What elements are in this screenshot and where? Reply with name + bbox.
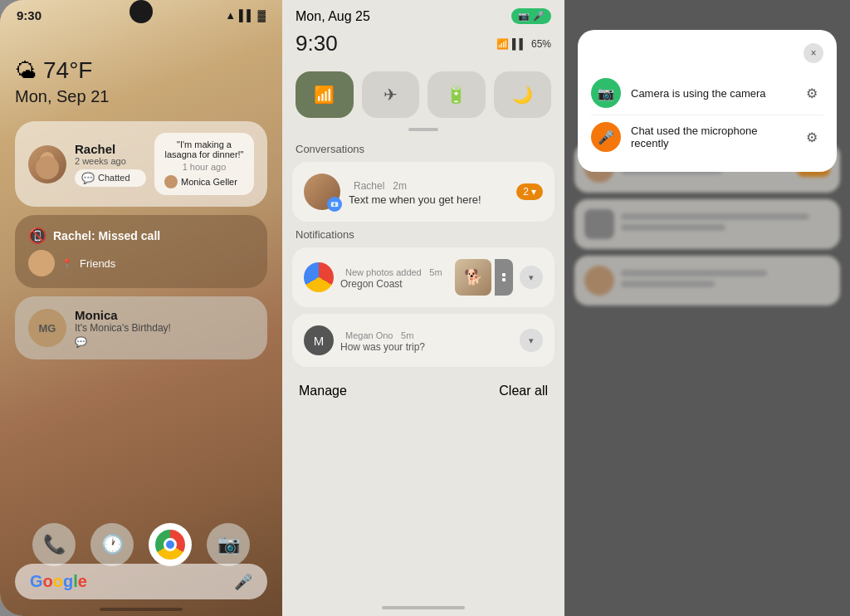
conversation-text: "I'm making a lasagna for dinner!" [164,139,244,159]
monica-initials: MG [39,322,56,335]
mic-privacy-icon: 🎤 [598,130,614,145]
camera-privacy-label: Camera is using the camera [631,87,790,100]
gear-icon-2: ⚙ [806,130,818,145]
front-camera [129,0,153,23]
rachel-conv-name: Rachel 2m [349,178,508,192]
home-time: 9:30 [17,8,42,22]
blur-card-3 [574,256,840,306]
dock-camera-button[interactable]: 📷 [207,523,250,566]
missed-call-widget[interactable]: 📵 Rachel: Missed call 📍 Friends [15,215,267,288]
friends-icon: 📍 [61,258,73,269]
rachel-avatar [28,145,66,183]
monica-widget[interactable]: MG Monica It's Monica's Birthday! 💬 [15,296,267,359]
conversation-time: 1 hour ago [164,162,244,172]
photos-thumbnails: 🐕 [455,259,513,296]
home-date: Mon, Sep 21 [15,87,267,106]
dark-mode-icon: 🌙 [512,85,533,105]
dark-mode-toggle[interactable]: 🌙 [494,71,552,118]
battery-saver-icon: 🔋 [446,85,467,105]
privacy-indicator-panel: × 📷 Camera is using the camera ⚙ 🎤 Chat … [564,0,850,616]
badge-count: 2 [523,186,529,198]
chatted-label: Chatted [98,173,130,183]
privacy-close-button[interactable]: × [804,43,823,63]
airplane-icon: ✈ [383,85,398,105]
conversation-bubble: "I'm making a lasagna for dinner!" 1 hou… [154,133,254,195]
camera-active-indicator: 📷 🎤 [511,8,551,24]
sender-avatar-small [164,175,178,188]
mic-settings-button[interactable]: ⚙ [800,125,823,149]
battery-saver-toggle[interactable]: 🔋 [427,71,486,118]
megan-time: 5m [401,330,413,340]
battery-icons: 📶 ▌▌ [496,38,526,50]
notif-footer: Manage Clear all [282,374,564,408]
friends-avatar [28,250,55,276]
monica-info: Monica It's Monica's Birthday! 💬 [75,308,254,348]
monica-avatar: MG [28,309,66,347]
expand-badge[interactable]: 2 ▾ [516,183,543,200]
photos-notif-row: New photos added 5m Oregon Coast 🐕 ▾ [304,259,543,296]
friends-label: Friends [80,257,115,270]
home-dock: 📞 🕐 📷 [0,523,282,566]
photos-expand-button[interactable]: ▾ [520,266,543,289]
photo-thumb-2 [495,259,513,296]
notifications-section-label: Notifications [282,228,564,247]
blur-card-2 [574,199,840,249]
conversations-section-label: Conversations [282,143,564,162]
mic-active-icon: 🎤 [533,11,545,22]
notif-time-row: 9:30 📶 ▌▌ 65% [282,31,564,65]
wifi-icon: ▲ [225,9,236,22]
camera-privacy-item: 📷 Camera is using the camera ⚙ [591,71,823,115]
rachel-chatted-widget[interactable]: Rachel 2 weeks ago 💬 Chatted "I'm making… [15,121,267,207]
home-screen: 9:30 ▲ ▌▌ ▓ 🌤 74°F Mon, Sep 21 Rachel 2 … [0,0,282,616]
rachel-conversation-card[interactable]: Rachel 2m Text me when you get here! 2 ▾ [292,162,554,222]
notif-time: 9:30 [296,31,338,56]
megan-expand-button[interactable]: ▾ [520,329,543,352]
photos-time: 5m [429,267,442,277]
photos-subtitle: Oregon Coast [340,278,448,290]
dock-phone-button[interactable]: 📞 [32,523,76,566]
photos-notification-card[interactable]: New photos added 5m Oregon Coast 🐕 ▾ [292,247,554,307]
microphone-icon[interactable]: 🎤 [234,573,252,591]
rachel-conv-row: Rachel 2m Text me when you get here! 2 ▾ [304,174,543,210]
notif-status-icons: 📷 🎤 [511,8,551,24]
notif-gesture-bar [382,606,465,609]
notif-date: Mon, Aug 25 [296,9,370,24]
notif-drag-handle [408,128,438,131]
message-icon: 💬 [81,172,95,184]
monica-chatted-badge: 💬 [75,336,254,348]
photo-thumb-1: 🐕 [455,259,491,296]
home-search-bar[interactable]: Google 🎤 [15,564,267,599]
photos-info: New photos added 5m Oregon Coast [340,266,448,290]
weather-widget: 🌤 74°F [15,57,267,84]
camera-settings-button[interactable]: ⚙ [800,81,823,105]
missed-call-label: Rachel: Missed call [53,229,160,242]
manage-button[interactable]: Manage [299,384,347,398]
notif-status-bar: Mon, Aug 25 📷 🎤 [282,0,564,31]
monica-chat-icon: 💬 [75,336,87,348]
gear-icon: ⚙ [806,86,818,101]
megan-notification-card[interactable]: M Megan Ono 5m How was your trip? ▾ [292,314,554,367]
weather-icon: 🌤 [15,58,37,84]
camera-active-icon: 📷 [518,11,530,22]
monica-message: It's Monica's Birthday! [75,322,254,334]
airplane-quick-toggle[interactable]: ✈ [362,71,420,118]
camera-icon: 📷 [217,534,240,555]
home-gesture-bar [100,608,183,611]
wifi-quick-toggle[interactable]: 📶 [296,71,354,118]
battery-percent: 65% [531,38,551,50]
wifi-qs-icon: 📶 [314,85,335,105]
dock-chrome-button[interactable] [149,523,192,566]
photos-title: New photos added 5m [340,266,448,278]
megan-row: M Megan Ono 5m How was your trip? ▾ [304,325,543,355]
dock-clock-button[interactable]: 🕐 [90,523,134,566]
conversation-sender: Monica Geller [181,177,237,187]
mic-in-use-icon: 🎤 [591,122,621,152]
clear-all-button[interactable]: Clear all [499,384,548,398]
missed-call-icon: 📵 [28,227,46,245]
rachel-conv-avatar [304,174,340,210]
camera-privacy-icon: 📷 [598,86,614,101]
monica-name: Monica [75,308,254,322]
google-logo: Google [30,572,87,591]
rachel-conv-time: 2m [393,180,407,192]
friends-widget: 📍 Friends [28,250,254,276]
